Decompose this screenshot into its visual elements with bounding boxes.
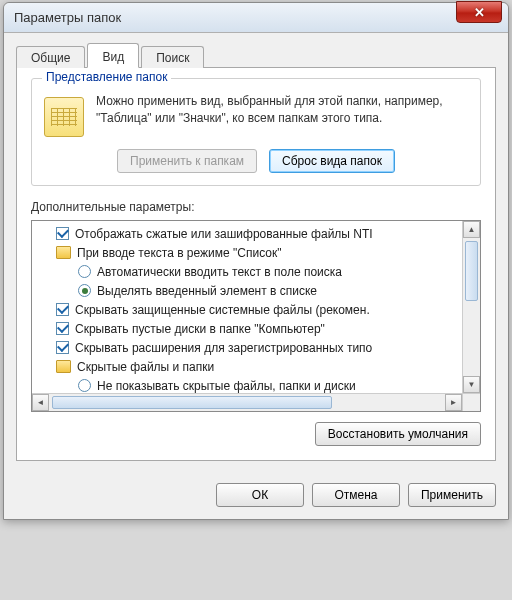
folder-options-window: Параметры папок ✕ Общие Вид Поиск Предст… <box>3 2 509 520</box>
ok-button[interactable]: ОК <box>216 483 304 507</box>
tree-item-label: Выделять введенный элемент в списке <box>97 284 317 298</box>
window-title: Параметры папок <box>14 10 121 25</box>
tree-row[interactable]: Отображать сжатые или зашифрованные файл… <box>38 224 460 243</box>
vertical-scroll-thumb[interactable] <box>465 241 478 301</box>
checkbox-checked-icon[interactable] <box>56 227 69 240</box>
scroll-left-icon[interactable]: ◄ <box>32 394 49 411</box>
tree-row[interactable]: При вводе текста в режиме "Список" <box>38 243 460 262</box>
tree-item-label: Скрытые файлы и папки <box>77 360 214 374</box>
window-body: Общие Вид Поиск Представление папок Можн… <box>4 33 508 473</box>
tab-view[interactable]: Вид <box>87 43 139 68</box>
apply-to-folders-button[interactable]: Применить к папкам <box>117 149 257 173</box>
checkbox-checked-icon[interactable] <box>56 341 69 354</box>
advanced-settings-tree: Отображать сжатые или зашифрованные файл… <box>31 220 481 412</box>
horizontal-scroll-thumb[interactable] <box>52 396 332 409</box>
tree-row[interactable]: Скрывать защищенные системные файлы (рек… <box>38 300 460 319</box>
vertical-scrollbar[interactable]: ▲ ▼ <box>462 221 480 393</box>
reset-folders-button[interactable]: Сброс вида папок <box>269 149 395 173</box>
scroll-down-icon[interactable]: ▼ <box>463 376 480 393</box>
apply-button[interactable]: Применить <box>408 483 496 507</box>
group-legend: Представление папок <box>42 70 171 84</box>
close-icon: ✕ <box>474 5 485 20</box>
tree-row[interactable]: Скрытые файлы и папки <box>38 357 460 376</box>
scroll-up-icon[interactable]: ▲ <box>463 221 480 238</box>
tab-panel-view: Представление папок Можно применить вид,… <box>16 68 496 461</box>
advanced-label: Дополнительные параметры: <box>31 200 481 214</box>
tree-item-label: Автоматически вводить текст в поле поиск… <box>97 265 342 279</box>
checkbox-checked-icon[interactable] <box>56 303 69 316</box>
tree-row[interactable]: Скрывать расширения для зарегистрированн… <box>38 338 460 357</box>
checkbox-checked-icon[interactable] <box>56 322 69 335</box>
folder-views-group: Представление папок Можно применить вид,… <box>31 78 481 186</box>
cancel-button[interactable]: Отмена <box>312 483 400 507</box>
tree-item-label: Скрывать пустые диски в папке "Компьютер… <box>75 322 325 336</box>
tree-row[interactable]: Скрывать пустые диски в папке "Компьютер… <box>38 319 460 338</box>
tree-item-label: При вводе текста в режиме "Список" <box>77 246 282 260</box>
tree-row[interactable]: Выделять введенный элемент в списке <box>38 281 460 300</box>
close-button[interactable]: ✕ <box>456 1 502 23</box>
titlebar[interactable]: Параметры папок ✕ <box>4 3 508 33</box>
group-description: Можно применить вид, выбранный для этой … <box>96 93 468 128</box>
restore-defaults-button[interactable]: Восстановить умолчания <box>315 422 481 446</box>
tab-search[interactable]: Поиск <box>141 46 204 68</box>
tab-general[interactable]: Общие <box>16 46 85 68</box>
radio-checked-icon[interactable] <box>78 284 91 297</box>
tree-item-label: Скрывать защищенные системные файлы (рек… <box>75 303 370 317</box>
tabstrip: Общие Вид Поиск <box>16 43 496 68</box>
scrollbar-corner <box>462 393 480 411</box>
tree-item-label: Не показывать скрытые файлы, папки и дис… <box>97 379 356 393</box>
scroll-right-icon[interactable]: ► <box>445 394 462 411</box>
folder-options-icon <box>44 97 84 137</box>
radio-unchecked-icon[interactable] <box>78 379 91 392</box>
tree-item-label: Отображать сжатые или зашифрованные файл… <box>75 227 373 241</box>
tree-item-label: Скрывать расширения для зарегистрированн… <box>75 341 372 355</box>
folder-icon <box>56 246 71 259</box>
tree-row[interactable]: Автоматически вводить текст в поле поиск… <box>38 262 460 281</box>
radio-unchecked-icon[interactable] <box>78 265 91 278</box>
horizontal-scrollbar[interactable]: ◄ ► <box>32 393 462 411</box>
dialog-footer: ОК Отмена Применить <box>4 473 508 519</box>
folder-icon <box>56 360 71 373</box>
